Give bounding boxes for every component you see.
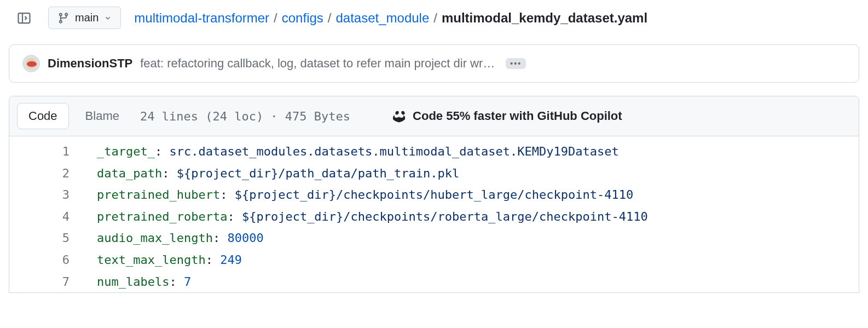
line-number[interactable]: 7 — [9, 271, 97, 293]
line-number[interactable]: 6 — [9, 249, 97, 271]
code-content[interactable]: 1_target_: src.dataset_modules.datasets.… — [9, 136, 859, 292]
breadcrumb-separator: / — [328, 10, 332, 26]
line-number[interactable]: 3 — [9, 184, 97, 206]
commit-author-link[interactable]: DimensionSTP — [48, 56, 132, 71]
line-content: pretrained_hubert: ${project_dir}/checkp… — [97, 184, 859, 206]
breadcrumb-repo-link[interactable]: multimodal-transformer — [134, 10, 269, 26]
copilot-icon — [393, 109, 407, 123]
sidebar-expand-icon — [18, 11, 31, 25]
breadcrumb-folder-link[interactable]: dataset_module — [335, 10, 429, 26]
code-line: 5audio_max_length: 80000 — [9, 227, 859, 249]
line-number[interactable]: 5 — [9, 227, 97, 249]
chevron-down-icon — [104, 14, 112, 22]
line-content: text_max_length: 249 — [97, 249, 859, 271]
code-line: 6text_max_length: 249 — [9, 249, 859, 271]
code-line: 7num_labels: 7 — [9, 271, 859, 293]
line-number[interactable]: 4 — [9, 206, 97, 228]
avatar[interactable] — [22, 55, 40, 72]
git-branch-icon — [57, 12, 70, 24]
code-line: 3pretrained_hubert: ${project_dir}/check… — [9, 184, 859, 206]
branch-name: main — [75, 11, 99, 24]
line-number[interactable]: 2 — [9, 163, 97, 185]
line-content: pretrained_roberta: ${project_dir}/check… — [97, 206, 859, 228]
breadcrumb: multimodal-transformer / configs / datas… — [134, 10, 647, 26]
commit-message-link[interactable]: feat: refactoring callback, log, dataset… — [140, 56, 495, 71]
line-content: num_labels: 7 — [97, 271, 859, 293]
file-info-text: 24 lines (24 loc) · 475 Bytes — [140, 110, 350, 123]
copilot-promo[interactable]: Code 55% faster with GitHub Copilot — [393, 109, 622, 123]
line-content: audio_max_length: 80000 — [97, 227, 859, 249]
breadcrumb-separator: / — [274, 10, 277, 26]
commit-more-button[interactable]: ••• — [506, 58, 526, 69]
breadcrumb-folder-link[interactable]: configs — [282, 10, 323, 26]
svg-point-3 — [402, 118, 403, 120]
breadcrumb-separator: / — [433, 10, 437, 26]
copilot-promo-text: Code 55% faster with GitHub Copilot — [413, 109, 622, 123]
branch-select[interactable]: main — [48, 7, 121, 29]
code-line: 1_target_: src.dataset_modules.datasets.… — [9, 141, 859, 163]
file-view-header: Code Blame 24 lines (24 loc) · 475 Bytes… — [9, 96, 859, 136]
sidebar-expand-button[interactable] — [13, 7, 35, 29]
svg-point-2 — [397, 118, 399, 120]
line-content: _target_: src.dataset_modules.datasets.m… — [97, 141, 859, 163]
breadcrumb-current-file: multimodal_kemdy_dataset.yaml — [442, 10, 647, 26]
tab-blame[interactable]: Blame — [74, 103, 130, 129]
line-content: data_path: ${project_dir}/path_data/path… — [97, 163, 859, 185]
code-line: 2data_path: ${project_dir}/path_data/pat… — [9, 163, 859, 185]
latest-commit-bar: DimensionSTP feat: refactoring callback,… — [9, 44, 859, 83]
code-line: 4pretrained_roberta: ${project_dir}/chec… — [9, 206, 859, 228]
svg-rect-0 — [19, 13, 30, 23]
line-number[interactable]: 1 — [9, 141, 97, 163]
tab-code[interactable]: Code — [17, 103, 69, 129]
